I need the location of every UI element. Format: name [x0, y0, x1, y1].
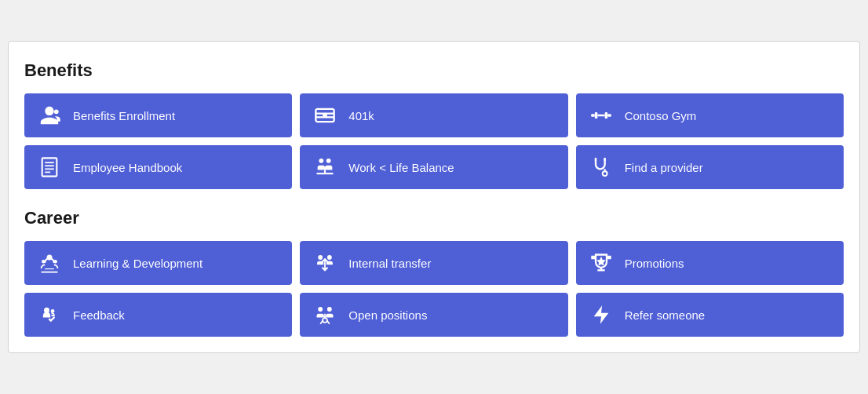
internal-transfer-label: Internal transfer — [348, 257, 431, 270]
svg-rect-9 — [607, 114, 611, 117]
work-life-balance-label: Work < Life Balance — [348, 161, 454, 174]
person-group-icon — [37, 103, 62, 128]
refer-someone-label: Refer someone — [625, 308, 706, 322]
career-title: Career — [24, 208, 844, 228]
work-life-balance-button[interactable]: Work < Life Balance — [300, 145, 567, 189]
stethoscope-icon — [589, 155, 614, 180]
internal-transfer-button[interactable]: Internal transfer — [300, 241, 567, 285]
svg-rect-5 — [591, 114, 595, 117]
svg-point-34 — [327, 307, 332, 312]
promotions-button[interactable]: Promotions — [576, 241, 844, 285]
dumbbell-icon — [589, 103, 614, 128]
money-icon — [312, 103, 337, 128]
find-provider-label: Find a provider — [625, 161, 703, 174]
svg-point-24 — [53, 260, 57, 264]
promotions-label: Promotions — [625, 257, 684, 270]
contoso-gym-button[interactable]: Contoso Gym — [576, 93, 844, 137]
refer-someone-button[interactable]: Refer someone — [576, 293, 844, 337]
svg-point-33 — [319, 307, 323, 312]
svg-point-35 — [323, 318, 327, 323]
learning-development-label: Learning & Development — [73, 257, 202, 270]
benefits-enrollment-label: Benefits Enrollment — [73, 109, 175, 122]
401k-label: 401k — [348, 109, 374, 122]
open-positions-button[interactable]: Open positions — [300, 293, 567, 337]
svg-point-26 — [327, 255, 332, 260]
open-positions-icon — [312, 302, 337, 327]
svg-point-23 — [42, 260, 46, 264]
svg-marker-30 — [596, 257, 606, 266]
document-icon — [37, 155, 62, 180]
benefits-section: Benefits Benefits Enrollment — [24, 60, 844, 189]
benefits-enrollment-button[interactable]: Benefits Enrollment — [24, 93, 292, 137]
svg-rect-6 — [594, 112, 597, 119]
svg-marker-38 — [593, 305, 608, 323]
feedback-label: Feedback — [73, 308, 125, 322]
people-balance-icon — [312, 155, 337, 180]
transfer-icon — [312, 250, 337, 275]
employee-handbook-label: Employee Handbook — [73, 161, 182, 174]
find-provider-button[interactable]: Find a provider — [576, 145, 844, 189]
feedback-button[interactable]: Feedback — [24, 293, 292, 337]
svg-rect-8 — [604, 112, 607, 119]
feedback-icon — [37, 302, 62, 327]
learning-icon — [37, 250, 62, 275]
benefits-title: Benefits — [24, 60, 844, 81]
svg-rect-7 — [597, 115, 604, 116]
employee-handbook-button[interactable]: Employee Handbook — [24, 145, 292, 189]
trophy-icon — [589, 250, 614, 275]
svg-rect-10 — [42, 158, 57, 176]
svg-point-0 — [54, 109, 59, 114]
bolt-icon — [589, 302, 614, 327]
contoso-gym-label: Contoso Gym — [625, 109, 697, 122]
main-container: Benefits Benefits Enrollment — [8, 41, 860, 353]
401k-button[interactable]: 401k — [300, 93, 567, 137]
career-grid: Learning & Development Internal transfe — [24, 241, 844, 337]
svg-point-25 — [319, 255, 323, 260]
career-section: Career Learning & Developmen — [24, 208, 844, 337]
benefits-grid: Benefits Enrollment 401k — [24, 93, 844, 189]
svg-point-19 — [602, 171, 607, 176]
open-positions-label: Open positions — [348, 308, 427, 322]
svg-point-16 — [326, 159, 331, 163]
svg-point-4 — [323, 113, 327, 118]
svg-point-15 — [319, 159, 324, 163]
learning-development-button[interactable]: Learning & Development — [24, 241, 292, 285]
svg-point-32 — [51, 309, 55, 313]
